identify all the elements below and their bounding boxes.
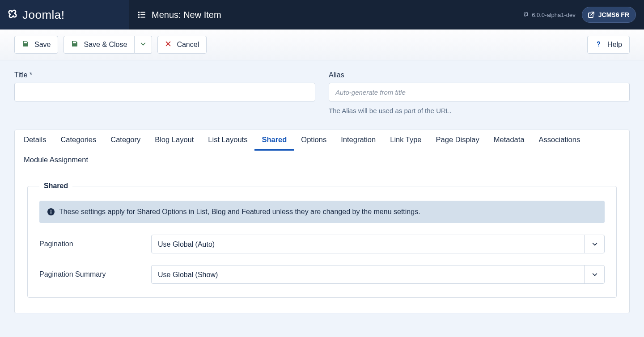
title-label: Title * — [14, 71, 315, 79]
save-close-group: Save & Close — [64, 36, 152, 54]
tab-shared[interactable]: Shared — [254, 130, 294, 151]
external-link-icon — [588, 11, 595, 18]
cancel-button[interactable]: Cancel — [157, 36, 207, 54]
alias-help: The Alias will be used as part of the UR… — [329, 107, 630, 114]
svg-rect-0 — [138, 12, 140, 13]
site-name: JCMS6 FR — [598, 11, 629, 18]
close-icon — [165, 41, 171, 49]
version-text: 6.0.0-alpha1-dev — [532, 12, 576, 18]
alias-label: Alias — [329, 71, 630, 79]
tab-options[interactable]: Options — [294, 130, 334, 151]
title-alias-row: Title * Alias The Alias will be used as … — [14, 71, 630, 114]
help-label: Help — [607, 41, 622, 49]
save-button[interactable]: Save — [14, 36, 58, 54]
shared-legend: Shared — [39, 182, 72, 190]
title-input[interactable] — [14, 83, 315, 101]
svg-rect-8 — [51, 211, 51, 214]
svg-point-6 — [598, 46, 599, 46]
pagination-summary-label: Pagination Summary — [39, 270, 142, 278]
svg-point-9 — [51, 210, 51, 211]
tab-category[interactable]: Category — [103, 130, 148, 151]
svg-rect-5 — [140, 17, 145, 18]
shared-info-alert: These settings apply for Shared Options … — [39, 201, 605, 223]
tab-link-type[interactable]: Link Type — [383, 130, 428, 151]
tab-module-assignment[interactable]: Module Assignment — [17, 150, 95, 171]
svg-rect-4 — [138, 17, 140, 18]
save-close-dropdown-toggle[interactable] — [135, 36, 152, 54]
list-icon — [137, 10, 146, 19]
content: Title * Alias The Alias will be used as … — [0, 60, 644, 331]
tab-categories[interactable]: Categories — [53, 130, 103, 151]
tab-list-layouts[interactable]: List Layouts — [201, 130, 254, 151]
brand-text: Joomla! — [22, 8, 65, 22]
pagination-select[interactable]: Use Global (Auto) — [151, 235, 605, 253]
svg-rect-3 — [140, 14, 145, 15]
alias-col: Alias The Alias will be used as part of … — [329, 71, 630, 114]
save-icon — [71, 40, 78, 49]
app-header: Joomla! Menus: New Item — [0, 0, 644, 29]
tab-integration[interactable]: Integration — [334, 130, 383, 151]
chevron-down-icon — [140, 41, 146, 49]
tab-details[interactable]: Details — [17, 130, 53, 151]
tab-metadata[interactable]: Metadata — [487, 130, 532, 151]
pagination-row: Pagination Use Global (Auto) — [39, 235, 605, 253]
save-close-button[interactable]: Save & Close — [64, 36, 135, 54]
help-icon — [595, 40, 602, 49]
version-badge[interactable]: 6.0.0-alpha1-dev — [523, 11, 576, 19]
tabs-panel: DetailsCategoriesCategoryBlog LayoutList… — [14, 130, 630, 313]
page-title-block: Menus: New Item — [129, 0, 515, 29]
help-button[interactable]: Help — [587, 36, 630, 54]
header-right: 6.0.0-alpha1-dev JCMS6 FR — [515, 0, 644, 29]
tab-blog-layout[interactable]: Blog Layout — [148, 130, 201, 151]
tab-page-display[interactable]: Page Display — [429, 130, 487, 151]
brand[interactable]: Joomla! — [0, 0, 129, 29]
pagination-summary-row: Pagination Summary Use Global (Show) — [39, 265, 605, 284]
svg-rect-2 — [138, 14, 140, 16]
toolbar: Save Save & Close Cancel Help — [0, 29, 644, 60]
pagination-summary-select-wrap: Use Global (Show) — [151, 265, 605, 284]
pagination-summary-select[interactable]: Use Global (Show) — [151, 265, 605, 284]
page-title: Menus: New Item — [152, 10, 221, 20]
tab-associations[interactable]: Associations — [532, 130, 588, 151]
info-icon — [47, 208, 55, 215]
pagination-select-wrap: Use Global (Auto) — [151, 235, 605, 253]
tabs: DetailsCategoriesCategoryBlog LayoutList… — [15, 130, 629, 170]
save-close-label: Save & Close — [84, 41, 127, 49]
shared-fieldset: Shared These settings apply for Shared O… — [27, 182, 617, 298]
save-icon — [22, 40, 29, 49]
shared-info-text: These settings apply for Shared Options … — [59, 208, 420, 216]
alias-input[interactable] — [329, 83, 630, 101]
svg-rect-1 — [140, 12, 145, 13]
joomla-small-icon — [523, 11, 529, 19]
joomla-logo-icon — [6, 8, 19, 22]
cancel-label: Cancel — [177, 41, 199, 49]
save-label: Save — [34, 41, 51, 49]
site-link-pill[interactable]: JCMS6 FR — [582, 7, 636, 23]
tab-body: Shared These settings apply for Shared O… — [15, 170, 629, 313]
pagination-label: Pagination — [39, 240, 142, 248]
title-col: Title * — [14, 71, 315, 114]
